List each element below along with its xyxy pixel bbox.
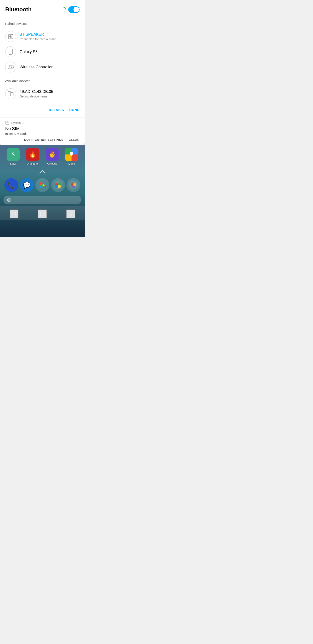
unknown-device-info: 49:AD:31:43:DB:35 Getting device name… [19, 90, 53, 98]
svg-rect-14 [11, 92, 13, 95]
octopus-app[interactable]: 🖐 Octopus [46, 148, 59, 165]
toggle-knob [73, 7, 79, 12]
system-ui-label: System UI [11, 121, 24, 124]
controller-info: Wireless Controller [19, 65, 53, 70]
svg-point-33 [58, 185, 61, 188]
unknown-device-name: 49:AD:31:43:DB:35 [19, 90, 53, 94]
unknown-device-icon-circle [5, 88, 16, 99]
svg-rect-13 [8, 92, 11, 96]
controller-name: Wireless Controller [19, 65, 53, 70]
play-dock-icon[interactable] [35, 178, 49, 192]
unknown-device-icon [7, 91, 14, 96]
svg-point-10 [12, 67, 12, 68]
nav-bar [0, 206, 85, 220]
maps-label: Maps [68, 162, 75, 165]
paired-devices-label: Paired devices [5, 22, 79, 26]
svg-point-5 [10, 54, 11, 54]
gamepad-icon [7, 64, 14, 70]
svg-rect-43 [40, 212, 44, 216]
slack-label: Slack [10, 162, 16, 165]
back-button[interactable] [66, 210, 75, 218]
slack-icon: S [7, 148, 20, 161]
svg-marker-29 [43, 184, 45, 187]
svg-point-11 [11, 68, 12, 68]
chevron-up[interactable] [0, 168, 85, 176]
details-button[interactable]: DETAILS [49, 108, 64, 112]
notification-settings-button[interactable]: NOTIFICATION SETTINGS [24, 138, 63, 142]
system-ui-icon [5, 120, 9, 125]
svg-marker-22 [65, 154, 71, 161]
svg-point-34 [55, 185, 58, 188]
bluetooth-header: Bluetooth [5, 6, 79, 13]
svg-point-40 [73, 185, 74, 186]
camera-multi-dock-icon[interactable] [66, 178, 80, 192]
phone-dock-icon[interactable]: 📞 [4, 178, 18, 192]
no-sim-title: No SIM [5, 126, 79, 131]
multi-dock-icon[interactable] [51, 178, 65, 192]
recents-button[interactable] [10, 210, 18, 218]
svg-point-9 [11, 66, 12, 67]
svg-point-32 [58, 182, 61, 185]
device-galaxy-s8[interactable]: Galaxy S8 [5, 44, 79, 60]
system-notification-header: System UI [5, 120, 79, 125]
bt-speaker-icon-circle [5, 31, 16, 42]
google-g-icon: G [7, 198, 11, 202]
bt-speaker-info: BT SPEAKER Connected for media audio [19, 32, 56, 41]
dock-row: 📞 💬 [0, 176, 85, 194]
svg-point-3 [10, 36, 11, 37]
octopus-icon: 🖐 [46, 148, 59, 161]
drama-app[interactable]: 🔥 DramaFe. [26, 148, 39, 165]
drama-icon: 🔥 [26, 148, 39, 161]
svg-point-12 [11, 67, 11, 68]
done-button[interactable]: DONE [69, 108, 79, 112]
bluetooth-spinner-icon [60, 6, 66, 12]
drama-label: DramaFe. [27, 162, 38, 165]
maps-app[interactable]: Maps [65, 148, 78, 165]
available-devices-label: Available devices [5, 79, 79, 83]
top-app-row: S Slack 🔥 DramaFe. 🖐 Octopus [0, 145, 85, 168]
unknown-device-status: Getting device name… [19, 95, 53, 98]
search-bar[interactable]: G [3, 196, 81, 204]
bluetooth-section: Bluetooth Paired devices [0, 0, 85, 117]
device-wireless-controller[interactable]: Wireless Controller [5, 60, 79, 75]
svg-marker-23 [71, 154, 78, 161]
galaxy-s8-icon-circle [5, 46, 16, 57]
octopus-label: Octopus [47, 162, 57, 165]
divider-1 [5, 17, 79, 18]
bluetooth-header-right [60, 6, 79, 13]
device-bt-speaker[interactable]: BT SPEAKER Connected for media audio [5, 29, 79, 44]
no-sim-desc: Insert SIM card. [5, 132, 79, 136]
home-screen: S Slack 🔥 DramaFe. 🖐 Octopus [0, 145, 85, 237]
phone-icon [8, 49, 13, 55]
bluetooth-toggle[interactable] [68, 6, 79, 13]
maps-icon [65, 148, 78, 161]
home-button[interactable] [38, 210, 47, 218]
bt-speaker-name: BT SPEAKER [19, 32, 56, 37]
bluetooth-title: Bluetooth [5, 6, 31, 13]
slack-app[interactable]: S Slack [7, 148, 20, 165]
paired-device-list: BT SPEAKER Connected for media audio Gal… [5, 29, 79, 75]
galaxy-s8-name: Galaxy S8 [19, 50, 38, 54]
messages-dock-icon[interactable]: 💬 [20, 178, 34, 192]
controller-icon-circle [5, 62, 16, 72]
bt-speaker-status: Connected for media audio [19, 38, 56, 41]
speaker-icon [7, 34, 14, 40]
clear-button[interactable]: CLEAR [69, 138, 79, 142]
notification-actions: NOTIFICATION SETTINGS CLEAR [5, 136, 79, 142]
galaxy-s8-info: Galaxy S8 [19, 50, 38, 54]
device-unknown-mac[interactable]: 49:AD:31:43:DB:35 Getting device name… [5, 86, 79, 102]
available-device-list: 49:AD:31:43:DB:35 Getting device name… [5, 86, 79, 102]
notification-panel: Bluetooth Paired devices [0, 0, 85, 145]
svg-text:G: G [8, 199, 10, 201]
system-notification: System UI No SIM Insert SIM card. NOTIFI… [0, 117, 85, 145]
bluetooth-action-buttons: DETAILS DONE [5, 106, 79, 113]
